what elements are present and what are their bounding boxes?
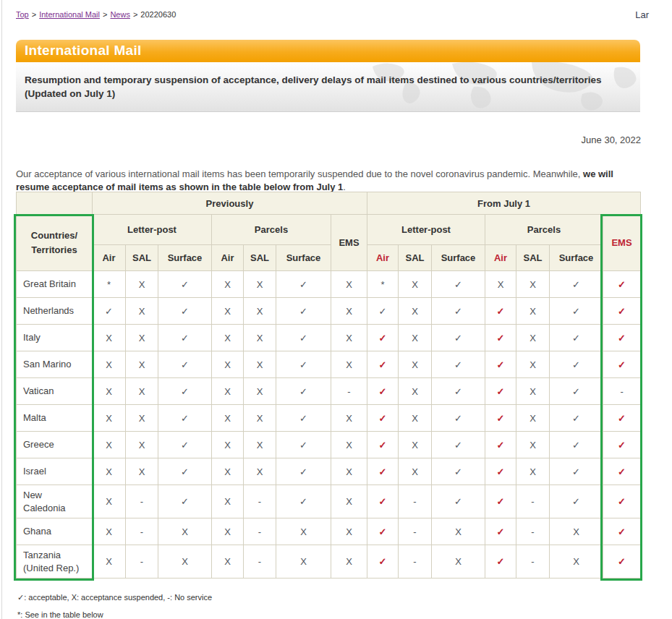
status-cell: X xyxy=(126,432,158,458)
status-cell: X xyxy=(331,271,367,298)
status-cell: X xyxy=(93,485,126,518)
page-left-border xyxy=(1,0,2,619)
status-cell: X xyxy=(516,351,550,378)
status-cell: ✓ xyxy=(158,405,212,432)
table-row: Great Britain*X✓XX✓X*X✓XX✓✓ xyxy=(17,271,641,298)
status-cell: ✓ xyxy=(93,298,126,325)
status-cell: X xyxy=(550,545,603,579)
status-cell: X xyxy=(212,325,244,351)
header-july-lp-air: Air xyxy=(367,245,399,271)
status-cell: ✓ xyxy=(276,298,331,325)
article-title: Resumption and temporary suspension of a… xyxy=(16,62,640,101)
status-cell: ✓ xyxy=(603,298,641,325)
mail-status-table: Previously From July 1 Countries/ Territ… xyxy=(16,192,641,579)
header-prev-ems: EMS xyxy=(331,215,367,271)
status-cell: - xyxy=(399,518,432,545)
status-cell: X xyxy=(399,405,432,432)
header-july-p-sal: SAL xyxy=(516,245,550,271)
status-cell: X xyxy=(485,271,516,298)
status-cell: X xyxy=(276,518,331,545)
status-cell: X xyxy=(158,518,212,545)
status-cell: X xyxy=(126,271,158,298)
status-cell: ✓ xyxy=(276,485,331,518)
status-cell: X xyxy=(399,378,432,405)
text-size-control[interactable]: Lar xyxy=(635,9,649,20)
status-cell: X xyxy=(399,432,432,458)
status-cell: X xyxy=(244,458,276,485)
status-cell: - xyxy=(516,518,550,545)
country-name: Tanzania (United Rep.) xyxy=(17,545,93,579)
table-row: VaticanXX✓XX✓-✓X✓✓X✓- xyxy=(17,378,641,405)
status-cell: X xyxy=(432,518,485,545)
status-cell: * xyxy=(367,271,399,298)
status-cell: ✓ xyxy=(432,298,485,325)
status-cell: ✓ xyxy=(158,378,212,405)
mail-status-table-container: Previously From July 1 Countries/ Territ… xyxy=(16,192,640,579)
status-cell: ✓ xyxy=(367,432,399,458)
status-cell: ✓ xyxy=(485,325,516,351)
status-cell: X xyxy=(550,518,603,545)
status-cell: - xyxy=(126,545,158,579)
status-cell: X xyxy=(432,545,485,579)
status-cell: ✓ xyxy=(550,271,603,298)
header-prev-letter-post: Letter-post xyxy=(93,215,212,245)
status-cell: ✓ xyxy=(485,405,516,432)
status-cell: X xyxy=(244,351,276,378)
header-corner-empty xyxy=(17,192,93,215)
status-cell: ✓ xyxy=(603,458,641,485)
status-cell: ✓ xyxy=(367,485,399,518)
status-cell: ✓ xyxy=(158,351,212,378)
header-july-ems: EMS xyxy=(603,215,641,271)
status-cell: ✓ xyxy=(432,432,485,458)
article-date: June 30, 2022 xyxy=(582,135,641,145)
status-cell: - xyxy=(516,485,550,518)
breadcrumb-link-news[interactable]: News xyxy=(110,10,130,19)
status-cell: ✓ xyxy=(550,378,603,405)
header-prev-parcels: Parcels xyxy=(212,215,331,245)
status-cell: ✓ xyxy=(158,485,212,518)
status-cell: X xyxy=(212,518,244,545)
status-cell: ✓ xyxy=(432,271,485,298)
breadcrumb-link-top[interactable]: Top xyxy=(16,10,29,19)
status-cell: X xyxy=(126,458,158,485)
country-name: Greece xyxy=(17,432,93,458)
status-cell: X xyxy=(331,298,367,325)
status-cell: ✓ xyxy=(550,325,603,351)
status-cell: ✓ xyxy=(432,405,485,432)
status-cell: X xyxy=(126,298,158,325)
status-cell: ✓ xyxy=(485,432,516,458)
status-cell: ✓ xyxy=(603,271,641,298)
status-cell: ✓ xyxy=(432,351,485,378)
status-cell: ✓ xyxy=(367,298,399,325)
status-cell: X xyxy=(331,432,367,458)
status-cell: X xyxy=(399,298,432,325)
status-cell: X xyxy=(244,298,276,325)
status-cell: X xyxy=(126,351,158,378)
status-cell: ✓ xyxy=(550,485,603,518)
status-cell: X xyxy=(331,325,367,351)
status-cell: ✓ xyxy=(603,545,641,579)
status-cell: ✓ xyxy=(432,485,485,518)
header-prev-lp-air: Air xyxy=(93,245,126,271)
status-cell: X xyxy=(516,432,550,458)
status-cell: X xyxy=(244,432,276,458)
status-cell: X xyxy=(331,545,367,579)
breadcrumb-link-international-mail[interactable]: International Mail xyxy=(39,10,100,19)
header-from-july-1: From July 1 xyxy=(367,192,641,215)
status-cell: X xyxy=(516,271,550,298)
breadcrumb-separator: > xyxy=(103,10,107,19)
status-cell: ✓ xyxy=(550,405,603,432)
status-cell: X xyxy=(331,485,367,518)
breadcrumb-current-page: 20220630 xyxy=(140,10,176,19)
status-cell: ✓ xyxy=(603,325,641,351)
header-july-lp-surface: Surface xyxy=(432,245,485,271)
status-cell: X xyxy=(93,458,126,485)
country-name: New Caledonia xyxy=(17,485,93,518)
status-cell: X xyxy=(93,518,126,545)
status-cell: X xyxy=(212,298,244,325)
status-cell: ✓ xyxy=(276,378,331,405)
status-cell: ✓ xyxy=(432,378,485,405)
status-cell: ✓ xyxy=(158,432,212,458)
status-cell: X xyxy=(244,378,276,405)
status-cell: - xyxy=(244,545,276,579)
